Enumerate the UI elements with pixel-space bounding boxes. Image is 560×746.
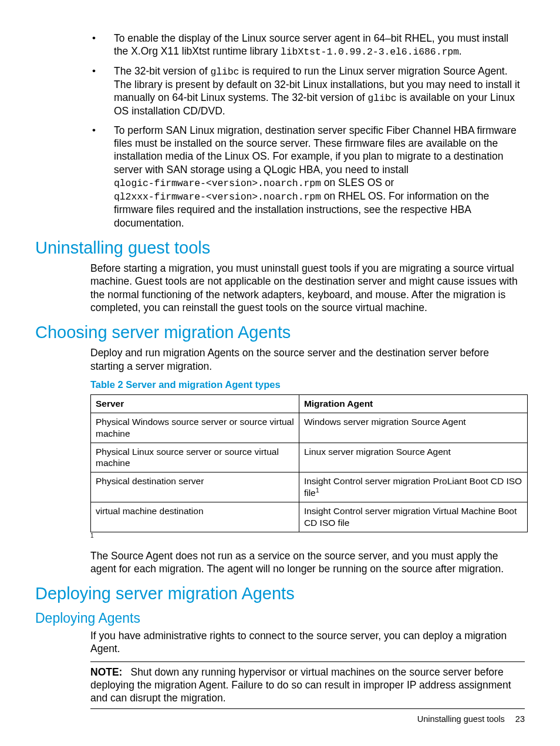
text: The 32-bit version of xyxy=(114,65,210,77)
table-row: Physical Windows source server or source… xyxy=(91,413,528,443)
cell: Insight Control server migration Virtual… xyxy=(299,502,527,532)
bullet-item: The 32-bit version of glibc is required … xyxy=(35,65,525,118)
body-text: If you have administrative rights to con… xyxy=(35,629,525,656)
body-text: Before starting a migration, you must un… xyxy=(35,262,525,315)
body-text: The Source Agent does not run as a servi… xyxy=(35,549,525,576)
page-footer: Uninstalling guest tools 23 xyxy=(417,714,525,725)
table-row: Physical destination server Insight Cont… xyxy=(91,472,528,502)
page-content: To enable the display of the Linux sourc… xyxy=(0,0,560,709)
cell: Insight Control server migration ProLian… xyxy=(299,472,527,502)
agent-types-table: Server Migration Agent Physical Windows … xyxy=(90,394,528,532)
footnote-marker: 1 xyxy=(35,533,525,539)
subheading-deploying-agents: Deploying Agents xyxy=(35,610,525,627)
cell: Windows server migration Source Agent xyxy=(299,413,527,443)
code: libXtst-1.0.99.2-3.el6.i686.rpm xyxy=(281,46,459,58)
footnote-ref: 1 xyxy=(316,487,319,494)
cell: Linux server migration Source Agent xyxy=(299,443,527,472)
code: glibc xyxy=(210,66,239,77)
prereq-bullet-list: To enable the display of the Linux sourc… xyxy=(35,32,525,229)
note-block: NOTE:Shut down any running hypervisor or… xyxy=(90,661,525,709)
text: . xyxy=(459,45,462,57)
table-header-row: Server Migration Agent xyxy=(91,395,528,413)
code: ql2xxx-firmware-<version>.noarch.rpm xyxy=(114,191,321,202)
cell: Physical Windows source server or source… xyxy=(91,413,299,443)
cell: virtual machine destination xyxy=(91,502,299,532)
cell: Physical Linux source server or source v… xyxy=(91,443,299,472)
heading-choosing-agents: Choosing server migration Agents xyxy=(35,322,525,343)
text: To perform SAN Linux migration, destinat… xyxy=(114,124,517,175)
bullet-item: To enable the display of the Linux sourc… xyxy=(35,32,525,59)
text: on SLES OS or xyxy=(321,177,394,188)
footer-title: Uninstalling guest tools xyxy=(417,714,505,724)
cell-text: Insight Control server migration ProLian… xyxy=(304,476,522,498)
code: glibc xyxy=(368,93,397,104)
heading-deploying-agents: Deploying server migration Agents xyxy=(35,583,525,604)
col-header-server: Server xyxy=(91,395,299,413)
table-caption: Table 2 Server and migration Agent types xyxy=(35,379,525,391)
cell: Physical destination server xyxy=(91,472,299,502)
note-body: Shut down any running hypervisor or virt… xyxy=(90,666,511,704)
body-text: Deploy and run migration Agents on the s… xyxy=(35,346,525,373)
col-header-agent: Migration Agent xyxy=(299,395,527,413)
table-row: Physical Linux source server or source v… xyxy=(91,443,528,472)
heading-uninstalling-guest-tools: Uninstalling guest tools xyxy=(35,238,525,258)
bullet-item: To perform SAN Linux migration, destinat… xyxy=(35,124,525,230)
page-number: 23 xyxy=(515,714,525,724)
code: qlogic-firmware-<version>.noarch.rpm xyxy=(114,178,321,189)
note-label: NOTE: xyxy=(90,666,122,678)
table-row: virtual machine destination Insight Cont… xyxy=(91,502,528,532)
